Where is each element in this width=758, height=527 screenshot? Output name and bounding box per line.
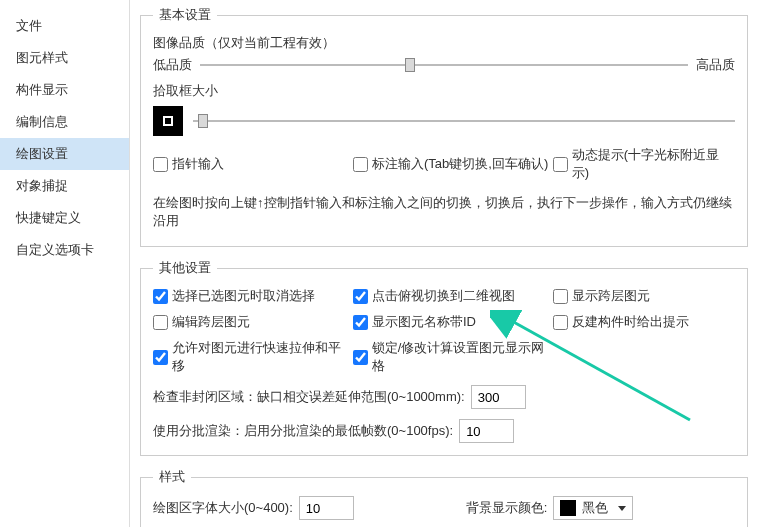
sidebar-item-elem-style[interactable]: 图元样式 <box>0 42 129 74</box>
annotation-input-checkbox[interactable] <box>353 157 368 172</box>
rebuild-prompt-label: 反建构件时给出提示 <box>572 313 689 331</box>
annotation-input-label: 标注输入(Tab键切换,回车确认) <box>372 155 548 173</box>
fast-stretch-pan-checkbox[interactable] <box>153 350 168 365</box>
show-name-id-label: 显示图元名称带ID <box>372 313 476 331</box>
pointer-input-checkbox[interactable] <box>153 157 168 172</box>
quality-slider-thumb[interactable] <box>405 58 415 72</box>
pick-size-label: 拾取框大小 <box>153 82 735 100</box>
dynamic-hint-checkbox[interactable] <box>553 157 568 172</box>
edit-crosslayer-checkbox[interactable] <box>153 315 168 330</box>
sidebar-item-shortcut[interactable]: 快捷键定义 <box>0 202 129 234</box>
lock-modify-grid-checkbox[interactable] <box>353 350 368 365</box>
bg-color-swatch <box>560 500 576 516</box>
deselect-on-select-checkbox[interactable] <box>153 289 168 304</box>
sidebar-item-custom-tabs[interactable]: 自定义选项卡 <box>0 234 129 266</box>
basic-legend: 基本设置 <box>153 6 217 24</box>
style-legend: 样式 <box>153 468 191 486</box>
bg-color-label: 背景显示颜色: <box>466 499 548 517</box>
font-size-label: 绘图区字体大小(0~400): <box>153 499 293 517</box>
bg-color-name: 黑色 <box>582 499 608 517</box>
sidebar: 文件 图元样式 构件显示 编制信息 绘图设置 对象捕捉 快捷键定义 自定义选项卡 <box>0 0 130 527</box>
low-quality-label: 低品质 <box>153 56 192 74</box>
basic-settings-group: 基本设置 图像品质（仅对当前工程有效） 低品质 高品质 拾取框大小 <box>140 6 748 247</box>
sidebar-item-drawing-settings[interactable]: 绘图设置 <box>0 138 129 170</box>
pick-size-slider-thumb[interactable] <box>198 114 208 128</box>
topview-2d-label: 点击俯视切换到二维视图 <box>372 287 515 305</box>
dynamic-hint-label: 动态提示(十字光标附近显示) <box>572 146 735 182</box>
sidebar-item-compile-info[interactable]: 编制信息 <box>0 106 129 138</box>
show-name-id-checkbox[interactable] <box>353 315 368 330</box>
font-size-input[interactable] <box>299 496 354 520</box>
batch-fps-input[interactable] <box>459 419 514 443</box>
topview-2d-checkbox[interactable] <box>353 289 368 304</box>
other-legend: 其他设置 <box>153 259 217 277</box>
gap-range-label: 检查非封闭区域：缺口相交误差延伸范围(0~1000mm): <box>153 388 465 406</box>
batch-fps-label: 使用分批渲染：启用分批渲染的最低帧数(0~100fps): <box>153 422 453 440</box>
pick-size-slider[interactable] <box>193 112 735 130</box>
show-crosslayer-checkbox[interactable] <box>553 289 568 304</box>
quality-label: 图像品质（仅对当前工程有效） <box>153 34 735 52</box>
sidebar-item-file[interactable]: 文件 <box>0 10 129 42</box>
chevron-down-icon <box>618 506 626 511</box>
main-panel: 基本设置 图像品质（仅对当前工程有效） 低品质 高品质 拾取框大小 <box>130 0 758 527</box>
deselect-on-select-label: 选择已选图元时取消选择 <box>172 287 315 305</box>
pointer-input-label: 指针输入 <box>172 155 224 173</box>
lock-modify-grid-label: 锁定/修改计算设置图元显示网格 <box>372 339 553 375</box>
other-settings-group: 其他设置 选择已选图元时取消选择 点击俯视切换到二维视图 显示跨层图元 编辑跨层… <box>140 259 748 456</box>
pick-box-preview <box>153 106 183 136</box>
quality-slider[interactable] <box>200 56 688 74</box>
sidebar-item-component-display[interactable]: 构件显示 <box>0 74 129 106</box>
sidebar-item-object-snap[interactable]: 对象捕捉 <box>0 170 129 202</box>
rebuild-prompt-checkbox[interactable] <box>553 315 568 330</box>
high-quality-label: 高品质 <box>696 56 735 74</box>
fast-stretch-pan-label: 允许对图元进行快速拉伸和平移 <box>172 339 353 375</box>
show-crosslayer-label: 显示跨层图元 <box>572 287 650 305</box>
edit-crosslayer-label: 编辑跨层图元 <box>172 313 250 331</box>
input-switch-note: 在绘图时按向上键↑控制指针输入和标注输入之间的切换，切换后，执行下一步操作，输入… <box>153 194 735 230</box>
bg-color-select[interactable]: 黑色 <box>553 496 633 520</box>
style-settings-group: 样式 绘图区字体大小(0~400): 背景显示颜色: 黑色 <box>140 468 748 527</box>
gap-range-input[interactable] <box>471 385 526 409</box>
